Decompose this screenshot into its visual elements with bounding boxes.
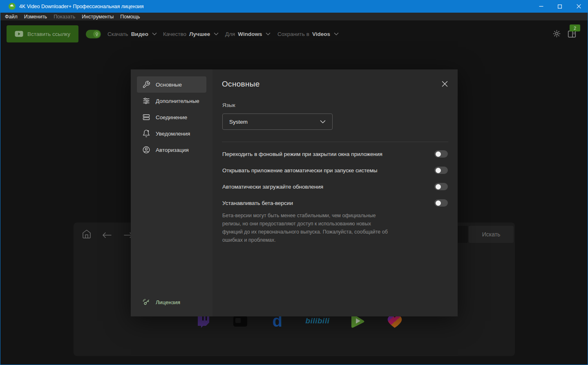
- app-logo-icon: [9, 3, 16, 10]
- toggle-knob: [436, 151, 441, 157]
- sidebar-item-label: Соединение: [156, 114, 187, 120]
- menu-help[interactable]: Помощь: [117, 14, 143, 20]
- menu-view: Показать: [50, 14, 78, 20]
- auto-updates-toggle[interactable]: [434, 183, 448, 190]
- quality-dropdown[interactable]: Качество Лучшее: [163, 25, 219, 42]
- sidebar-item-general[interactable]: Основные: [137, 76, 206, 93]
- home-button[interactable]: [82, 229, 92, 239]
- chevron-down-icon: [320, 120, 326, 124]
- close-icon: [442, 81, 448, 87]
- option-row-auto-updates: Автоматически загружайте обновления: [222, 178, 448, 195]
- sidebar-item-label: Уведомления: [156, 131, 190, 137]
- option-row-beta-versions: Устанавливать бета-версии: [222, 195, 448, 211]
- sidebar-item-label: Основные: [156, 82, 182, 88]
- search-button[interactable]: Искать: [469, 226, 514, 243]
- gear-icon: [552, 29, 561, 38]
- menu-edit[interactable]: Изменить: [21, 14, 50, 20]
- quality-value: Лучшее: [189, 31, 210, 37]
- titlebar: 4K Video Downloader+ Профессиональная ли…: [0, 0, 588, 13]
- chevron-down-icon: [214, 32, 219, 36]
- play-badge-icon: [15, 31, 23, 37]
- chevron-down-icon: [266, 32, 271, 36]
- key-icon: [142, 298, 150, 306]
- server-icon: [142, 113, 150, 121]
- settings-dialog: Основные Дополнительные Соединение: [131, 69, 458, 316]
- download-type-prefix: Скачать: [107, 31, 128, 37]
- sidebar-item-license[interactable]: Лицензия: [137, 294, 206, 310]
- dialog-close-button[interactable]: [442, 81, 448, 87]
- back-button[interactable]: [102, 232, 112, 238]
- menubar: Файл Изменить Показать Инструменты Помощ…: [0, 13, 588, 20]
- autostart-toggle[interactable]: [434, 167, 448, 174]
- toggle-knob: [436, 200, 441, 206]
- save-to-value: Videos: [312, 31, 330, 37]
- sidebar-item-label: Дополнительные: [156, 98, 199, 104]
- chevron-down-icon: [152, 32, 157, 36]
- minimize-button[interactable]: [532, 0, 550, 13]
- sidebar-item-authorization[interactable]: Авторизация: [137, 142, 206, 158]
- settings-sidebar: Основные Дополнительные Соединение: [131, 69, 212, 316]
- beta-note: Бета-версии могут быть менее стабильными…: [222, 211, 392, 244]
- home-icon: [82, 229, 92, 239]
- license-label: Лицензия: [156, 299, 180, 305]
- settings-panel: Основные Язык System Переходить в фоновы…: [212, 69, 458, 316]
- window-controls: [532, 0, 588, 13]
- option-label: Устанавливать бета-версии: [222, 200, 293, 206]
- lightbulb-icon: [93, 31, 100, 38]
- platform-dropdown[interactable]: Для Windows: [225, 25, 271, 42]
- paste-link-button[interactable]: Вставить ссылку: [7, 25, 78, 42]
- user-icon: [142, 146, 150, 154]
- option-label: Открывать приложение автоматически при з…: [222, 167, 378, 174]
- beta-versions-toggle[interactable]: [434, 199, 448, 207]
- sidebar-item-advanced[interactable]: Дополнительные: [137, 93, 206, 109]
- bell-icon: [142, 129, 150, 138]
- smart-mode-toggle[interactable]: [86, 30, 101, 38]
- close-window-button[interactable]: [569, 0, 588, 13]
- platform-prefix: Для: [225, 31, 235, 37]
- wrench-icon: [142, 80, 150, 89]
- quality-prefix: Качество: [163, 31, 186, 37]
- background-mode-toggle[interactable]: [434, 150, 448, 158]
- sidebar-item-notifications[interactable]: Уведомления: [137, 125, 206, 142]
- sidebar-item-connection[interactable]: Соединение: [137, 109, 206, 125]
- dialog-title: Основные: [222, 80, 260, 89]
- settings-gear-button[interactable]: [552, 29, 561, 38]
- section-divider: [222, 142, 448, 142]
- chevron-down-icon: [334, 32, 339, 36]
- toggle-knob: [436, 184, 441, 189]
- maximize-button[interactable]: [550, 0, 569, 13]
- platform-value: Windows: [238, 31, 262, 37]
- sidebar-item-label: Авторизация: [156, 147, 189, 153]
- save-to-prefix: Сохранить в: [277, 31, 309, 37]
- arrow-left-icon: [102, 232, 112, 238]
- language-select[interactable]: System: [222, 114, 333, 130]
- option-row-autostart: Открывать приложение автоматически при з…: [222, 162, 448, 178]
- menu-file[interactable]: Файл: [2, 14, 21, 20]
- notifications-badge: 2: [570, 24, 580, 31]
- paste-link-label: Вставить ссылку: [27, 31, 70, 37]
- window-title: 4K Video Downloader+ Профессиональная ли…: [19, 4, 143, 9]
- option-label: Переходить в фоновый режим при закрытии …: [222, 151, 382, 157]
- sliders-icon: [142, 97, 150, 105]
- download-type-value: Видео: [131, 31, 148, 37]
- option-label: Автоматически загружайте обновления: [222, 184, 323, 190]
- app-window: 4K Video Downloader+ Профессиональная ли…: [0, 0, 588, 365]
- option-row-background-mode: Переходить в фоновый режим при закрытии …: [222, 146, 448, 162]
- language-value: System: [229, 119, 248, 125]
- save-to-dropdown[interactable]: Сохранить в Videos: [277, 25, 339, 42]
- menu-tools[interactable]: Инструменты: [78, 14, 117, 20]
- download-type-dropdown[interactable]: Скачать Видео: [107, 25, 157, 42]
- language-label: Язык: [222, 102, 235, 108]
- toggle-knob: [436, 168, 441, 173]
